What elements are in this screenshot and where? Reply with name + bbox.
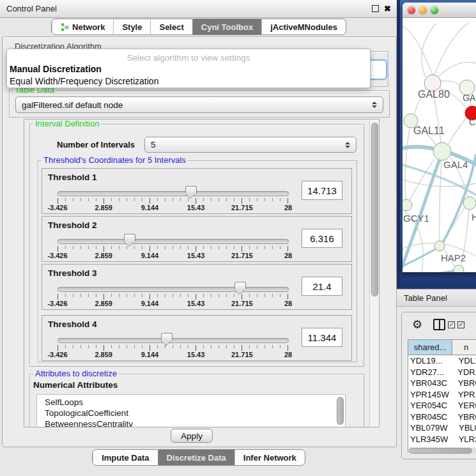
slider-track[interactable] [58, 239, 289, 244]
bottom-tab[interactable]: Infer Network [234, 450, 305, 465]
network-canvas[interactable]: GAL80 GA C GAL11 GAL4 GCY1 H HAP2 [403, 19, 476, 272]
table-hscrollbar-thumb[interactable] [410, 448, 472, 454]
node-attribute-table[interactable]: shared... n YDL19... YDL1 YDR27... YDR2 [408, 339, 476, 452]
slider-tick-marks [58, 345, 288, 351]
control-panel-tab[interactable]: Cyni Toolbox [192, 19, 261, 35]
gear-icon[interactable]: ⚙ [412, 319, 422, 330]
table-row[interactable]: YPR145W YPR1 [408, 389, 476, 401]
slider-thumb[interactable] [124, 234, 135, 242]
tick-label: 9.144 [141, 204, 159, 211]
slider-thumb[interactable] [161, 333, 173, 341]
table-row[interactable]: YLR345W YLR3 [408, 434, 476, 445]
threshold-slider[interactable]: -3.426 2.859 9.144 15.43 21.715 28 [58, 332, 288, 360]
minimize-traffic-light[interactable] [419, 6, 427, 14]
slider-tick-marks [58, 198, 288, 204]
threshold-value-field[interactable]: 6.316 [302, 229, 342, 248]
tab-label: Network [72, 22, 105, 32]
pane-scrollbar-thumb[interactable] [371, 123, 378, 296]
application-window: Control Panel ✖ [0, 0, 476, 476]
algorithm-option[interactable]: Manual Discretization [7, 63, 370, 75]
slider-track[interactable] [58, 191, 289, 196]
table-panel-title: Table Panel [404, 293, 447, 303]
table-row[interactable]: YER054C YER0 [408, 400, 476, 411]
node-gcy1[interactable] [403, 199, 412, 211]
number-of-intervals-combobox[interactable]: 5 [144, 137, 357, 153]
table-data-combobox[interactable]: galFiltered.sif default node [15, 96, 383, 113]
interval-definition-group-title: Interval Definition [33, 119, 101, 128]
table-row[interactable]: YDL19... YDL1 [408, 355, 476, 367]
slider-track[interactable] [58, 287, 289, 292]
list-scrollbar-thumb[interactable] [337, 397, 344, 425]
slider-thumb[interactable] [185, 186, 197, 194]
slider-thumb[interactable] [234, 282, 246, 289]
control-panel-tab[interactable]: Style [113, 19, 150, 35]
column-header-shared-name[interactable]: shared... [408, 340, 452, 355]
float-window-icon[interactable] [372, 5, 379, 12]
algorithm-hint-item[interactable]: Select algorithm to view settings [7, 49, 370, 63]
column-header-name[interactable]: n [452, 340, 476, 355]
cell-name: YBL0 [452, 423, 476, 433]
node-gal4[interactable] [433, 142, 451, 160]
tick-label: 15.43 [187, 351, 205, 358]
threshold-slider[interactable]: -3.426 2.859 9.144 15.43 21.715 28 [58, 185, 288, 213]
control-panel-title: Control Panel [6, 4, 57, 13]
slider-track[interactable] [58, 338, 289, 343]
threshold-panel: Threshold 1 -3.426 2.859 9.144 [42, 168, 352, 214]
tick-label: -3.426 [47, 351, 67, 358]
slider-scale: -3.426 2.859 9.144 15.43 21.715 28 [58, 252, 288, 261]
node-bottom[interactable] [454, 265, 464, 272]
threshold-value-field[interactable]: 14.713 [302, 181, 342, 200]
select-all-checkbox-icon[interactable]: ✓ [448, 321, 455, 328]
control-panel-tab-bar: Network Style [0, 19, 397, 35]
threshold-value-field[interactable]: 21.4 [302, 277, 342, 296]
node-hap2[interactable] [434, 241, 445, 251]
tick-label: 9.144 [141, 351, 159, 358]
cell-shared-name: YPR145W [408, 390, 452, 399]
bottom-tab[interactable]: Impute Data [93, 450, 157, 465]
table-row[interactable]: YBL079W YBL0 [408, 422, 476, 434]
network-window-titlebar [403, 3, 476, 18]
combo-spinner-icon [345, 142, 350, 148]
tick-label: 21.715 [231, 252, 253, 259]
node-label-gal11: GAL11 [413, 125, 445, 136]
tick-label: 9.144 [141, 300, 159, 307]
close-traffic-light[interactable] [408, 6, 415, 14]
algorithm-option[interactable]: Equal Width/Frequency Discretization [7, 75, 370, 88]
tab-label: Impute Data [102, 453, 149, 463]
node-h[interactable] [463, 197, 476, 210]
cell-name: YDR2 [451, 367, 476, 377]
number-of-intervals-label: Number of Intervals [57, 137, 135, 153]
table-row[interactable]: YBR045C YBR0 [408, 411, 476, 423]
top-tab-strip: Network Style [51, 19, 346, 35]
select-none-checkbox-icon[interactable]: ✓ [457, 321, 464, 328]
numerical-attributes-list[interactable]: SelfLoops TopologicalCoefficient Between… [36, 394, 346, 427]
columns-icon[interactable] [433, 319, 445, 330]
slider-tick-marks [58, 294, 288, 300]
zoom-traffic-light[interactable] [431, 6, 438, 14]
tick-label: 28 [284, 351, 292, 358]
table-horizontal-scrollbar[interactable] [408, 447, 476, 453]
table-row[interactable]: YDR27... YDR2 [408, 367, 476, 378]
algorithm-option-list: Manual Discretization Equal Width/Freque… [7, 63, 370, 88]
tick-label: 9.144 [141, 252, 159, 259]
pane-scrollbar[interactable] [369, 119, 379, 427]
threshold-slider[interactable]: -3.426 2.859 9.144 15.43 21.715 28 [58, 281, 288, 309]
table-row[interactable]: YBR043C YBR0 [408, 378, 476, 389]
table-rows: YDL19... YDL1 YDR27... YDR2 YBR043C YBR0 [408, 355, 476, 452]
attribute-list-item[interactable]: BetweennessCentrality [37, 418, 345, 427]
close-icon[interactable]: ✖ [384, 4, 391, 13]
tab-label: jActiveMNodules [270, 22, 337, 32]
bottom-tab[interactable]: Discretize Data [158, 450, 234, 465]
threshold-value-field[interactable]: 11.344 [302, 328, 342, 347]
attribute-list-item[interactable]: TopologicalCoefficient [37, 408, 345, 418]
control-panel-tab[interactable]: Select [150, 19, 192, 35]
control-panel-tab[interactable]: Network [52, 19, 113, 35]
control-panel-tab[interactable]: jActiveMNodules [261, 19, 346, 35]
tick-label: 2.859 [95, 300, 112, 307]
numerical-attributes-label: Numerical Attributes [33, 380, 118, 390]
tick-label: 21.715 [231, 204, 253, 211]
apply-button[interactable]: Apply [171, 429, 213, 443]
cell-name: YDL1 [452, 356, 476, 365]
threshold-slider[interactable]: -3.426 2.859 9.144 15.43 21.715 28 [58, 233, 288, 261]
attribute-list-item[interactable]: SelfLoops [37, 397, 345, 408]
